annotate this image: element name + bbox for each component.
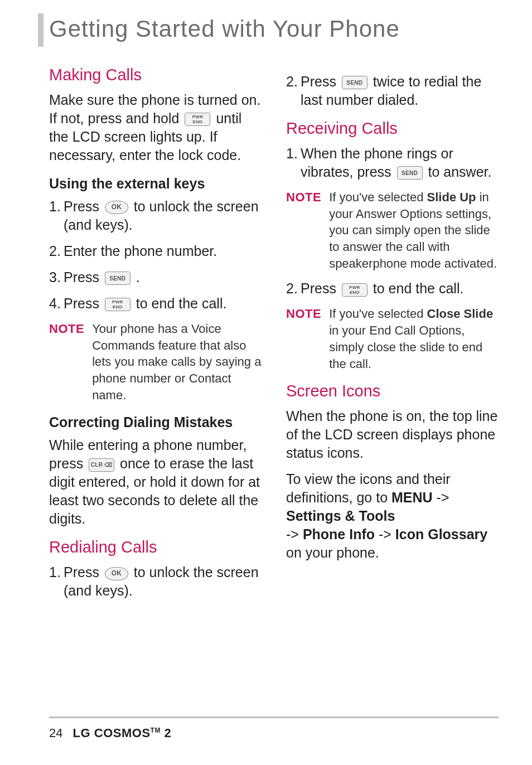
content-columns: Making Calls Make sure the phone is turn… (49, 56, 499, 608)
step-number: 1. (49, 563, 64, 600)
text: Press (301, 280, 340, 296)
subhead-correcting: Correcting Dialing Mistakes (49, 414, 262, 430)
menu-path: MENU (391, 490, 433, 505)
text: Press (64, 198, 103, 214)
section-receiving: Receiving Calls (286, 119, 499, 138)
step-number: 2. (286, 72, 301, 109)
step-number: 1. (49, 197, 64, 234)
send-key-icon: SEND (105, 272, 130, 285)
text: If you've selected (329, 190, 427, 204)
correcting-body: While entering a phone number, press CLR… (49, 436, 262, 528)
brand-name: LG COSMOSTM 2 (73, 726, 172, 740)
arrow-icon: -> (286, 526, 303, 542)
arrow-icon: -> (375, 526, 395, 542)
making-step-1: 1. Press OK to unlock the screen (and ke… (49, 197, 262, 234)
footer-rule (49, 716, 499, 718)
emphasis: Close Slide (427, 307, 494, 321)
footer-text: 24 LG COSMOSTM 2 (49, 726, 499, 740)
text: Press (64, 296, 103, 311)
note-label: NOTE (286, 189, 321, 272)
text: Press (301, 74, 340, 89)
making-step-3: 3. Press SEND . (49, 268, 262, 287)
section-making-calls: Making Calls (49, 66, 262, 84)
step-number: 4. (49, 294, 64, 313)
emphasis: Slide Up (427, 190, 476, 204)
text: If you've selected (329, 307, 427, 321)
right-column: 2. Press SEND twice to redial the last n… (286, 56, 499, 608)
text: LG COSMOS (73, 726, 151, 740)
title-accent-bar (38, 13, 43, 47)
page-number: 24 (49, 726, 62, 740)
arrow-icon: -> (433, 490, 449, 505)
step-number: 2. (286, 279, 301, 298)
chapter-title: Getting Started with Your Phone (49, 11, 499, 42)
making-step-2: 2. Enter the phone number. (49, 242, 262, 260)
section-screen-icons: Screen Icons (286, 382, 499, 400)
end-key-icon: PWREND (105, 298, 130, 311)
note-body: If you've selected Close Slide in your E… (329, 306, 499, 372)
text: to answer. (428, 164, 491, 180)
icons-p2: To view the icons and their definitions,… (286, 470, 499, 562)
ok-key-icon: OK (105, 201, 128, 214)
text: on your phone. (286, 545, 379, 560)
section-redialing: Redialing Calls (49, 538, 262, 556)
note-body: If you've selected Slide Up in your Answ… (329, 189, 499, 272)
trademark-icon: TM (151, 727, 161, 734)
receiving-step-1: 1. When the phone rings or vibrates, pre… (286, 144, 499, 181)
note-label: NOTE (49, 321, 84, 403)
text: to end the call. (373, 280, 464, 296)
note-voice-commands: NOTE Your phone has a Voice Commands fea… (49, 321, 262, 403)
subhead-external-keys: Using the external keys (49, 176, 262, 192)
text: Press (64, 564, 103, 580)
making-step-4: 4. Press PWREND to end the call. (49, 294, 262, 313)
clr-key-icon: CLR ⌫ (89, 458, 114, 472)
send-key-icon: SEND (397, 166, 423, 180)
step-number: 1. (286, 144, 301, 181)
text: in your End Call Options, simply close t… (329, 323, 482, 370)
note-slide-up: NOTE If you've selected Slide Up in your… (286, 189, 499, 272)
note-label: NOTE (286, 306, 321, 372)
receiving-step-2: 2. Press PWREND to end the call. (286, 279, 499, 298)
text: Enter the phone number. (64, 242, 262, 260)
step-number: 3. (49, 268, 64, 287)
menu-path: Phone Info (303, 526, 375, 542)
text: Press (64, 269, 103, 285)
left-column: Making Calls Make sure the phone is turn… (49, 56, 262, 608)
text: to end the call. (136, 296, 227, 311)
send-key-icon: SEND (342, 76, 367, 89)
redial-step-1: 1. Press OK to unlock the screen (and ke… (49, 563, 262, 600)
page-footer: 24 LG COSMOSTM 2 (49, 716, 499, 740)
note-close-slide: NOTE If you've selected Close Slide in y… (286, 306, 499, 372)
end-key-icon: PWREND (342, 283, 367, 297)
icons-p1: When the phone is on, the top line of th… (286, 407, 499, 462)
text: . (136, 269, 140, 285)
ok-key-icon: OK (105, 567, 128, 580)
menu-path: Settings & Tools (286, 508, 395, 524)
redial-step-2: 2. Press SEND twice to redial the last n… (286, 72, 499, 109)
text: 2 (161, 726, 171, 740)
menu-path: Icon Glossary (395, 526, 487, 542)
step-number: 2. (49, 242, 64, 260)
end-key-icon: PWREND (185, 113, 210, 126)
note-body: Your phone has a Voice Commands feature … (92, 321, 262, 403)
making-calls-intro: Make sure the phone is turned on. If not… (49, 91, 262, 164)
